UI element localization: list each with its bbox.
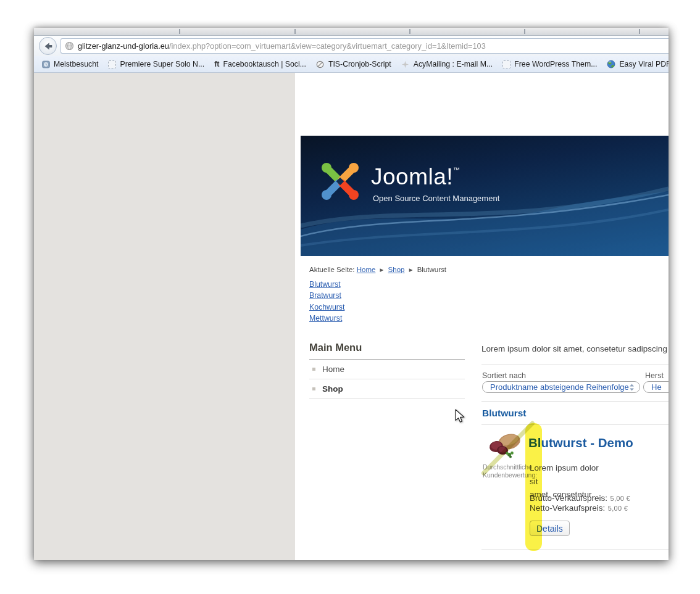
divider <box>481 365 669 365</box>
bookmark-meistbesucht[interactable]: Meistbesucht <box>36 56 103 72</box>
category-link-bratwurst[interactable]: Bratwurst <box>309 290 344 301</box>
category-link-blutwurst[interactable]: Blutwurst <box>309 279 344 290</box>
main-menu-title: Main Menu <box>309 342 465 360</box>
breadcrumb-shop-link[interactable]: Shop <box>388 266 405 273</box>
bookmark-tis-cronjob[interactable]: TIS-Cronjob-Script <box>311 56 396 72</box>
bookmark-label: Meistbesucht <box>54 60 98 68</box>
url-text: glitzer-glanz-und-gloria.eu/index.php?op… <box>78 41 486 51</box>
page-viewport: Joomla!™ Open Source Content Management … <box>34 73 669 560</box>
product-title-link[interactable]: Blutwurst - Demo <box>528 435 633 450</box>
category-link-list: Blutwurst Bratwurst Kochwurst Mettwurst <box>309 279 344 324</box>
category-title: Blutwurst <box>482 408 526 419</box>
bookmark-facebooktausch[interactable]: ft Facebooktausch | Soci... <box>209 56 311 72</box>
bookmark-premiere-super-solo[interactable]: Premiere Super Solo N... <box>103 56 209 72</box>
joomla-page: Joomla!™ Open Source Content Management … <box>301 73 669 560</box>
ft-favicon-icon: ft <box>214 60 219 68</box>
bookmark-label: Easy Viral PDF Brander ... <box>619 60 669 68</box>
manufacturer-select[interactable]: He <box>643 381 669 393</box>
breadcrumb-separator-icon: ▶ <box>380 267 384 273</box>
placeholder-favicon-icon <box>502 60 510 68</box>
category-intro-text: Lorem ipsum dolor sit amet, consetetur s… <box>481 344 667 353</box>
joomla-logo-icon <box>318 159 362 204</box>
navigation-toolbar: glitzer-glanz-und-gloria.eu/index.php?op… <box>34 36 669 56</box>
tab-separator <box>409 29 410 34</box>
url-path: /index.php?option=com_virtuemart&view=ca… <box>169 41 486 51</box>
tab-separator <box>639 29 640 34</box>
highlighter-vertical-stroke <box>525 423 542 551</box>
placeholder-favicon-icon <box>108 60 116 68</box>
bookmark-label: AcyMailing : E-mail M... <box>414 60 493 68</box>
sort-order-value: Produktname absteigende Reihenfolge <box>490 382 629 392</box>
url-bar[interactable]: glitzer-glanz-und-gloria.eu/index.php?op… <box>60 38 669 54</box>
mouse-cursor <box>454 409 468 424</box>
clock-favicon-icon <box>316 60 325 68</box>
bookmark-label: TIS-Cronjob-Script <box>328 60 391 68</box>
category-link-kochwurst[interactable]: Kochwurst <box>309 302 344 313</box>
manufacturer-value: He <box>651 382 662 392</box>
category-link-mettwurst[interactable]: Mettwurst <box>309 313 344 324</box>
sort-order-select[interactable]: Produktname absteigende Reihenfolge <box>482 381 640 393</box>
menu-item-shop[interactable]: Shop <box>309 379 465 399</box>
left-empty-panel <box>34 73 295 560</box>
divider <box>481 401 669 402</box>
bullet-icon <box>312 387 315 390</box>
net-price-row: Netto-Verkaufspreis: 5,00 € <box>530 502 628 513</box>
breadcrumb-separator-icon: ▶ <box>409 267 413 273</box>
bookmark-label: Facebooktausch | Soci... <box>223 60 306 68</box>
breadcrumb-prefix: Aktuelle Seite: <box>309 266 355 273</box>
sparkle-favicon-icon <box>401 60 410 68</box>
divider <box>481 549 669 550</box>
joomla-banner: Joomla!™ Open Source Content Management <box>301 136 669 256</box>
joomla-tagline: Open Source Content Management <box>373 194 499 203</box>
bookmark-free-wordpress[interactable]: Free WordPress Them... <box>498 56 602 72</box>
menu-item-label[interactable]: Shop <box>322 384 343 394</box>
bookmark-easy-viral-pdf[interactable]: Easy Viral PDF Brander ... <box>602 56 669 72</box>
sort-arrows-icon <box>629 384 635 391</box>
breadcrumb-current: Blutwurst <box>417 266 446 273</box>
browser-window: glitzer-glanz-und-gloria.eu/index.php?op… <box>34 28 669 560</box>
sort-label: Sortiert nach <box>482 371 526 380</box>
tab-separator <box>524 29 525 34</box>
joomla-logo-text: Joomla!™ <box>371 164 499 190</box>
breadcrumb: Aktuelle Seite: Home ▶ Shop ▶ Blutwurst <box>309 266 446 273</box>
tab-separator <box>294 29 296 34</box>
divider <box>481 424 669 425</box>
tab-separator <box>179 29 180 34</box>
back-arrow-icon <box>43 41 54 52</box>
menu-item-home[interactable]: Home <box>309 360 465 379</box>
tab-strip[interactable] <box>34 28 669 36</box>
bookmark-label: Free WordPress Them... <box>514 60 597 68</box>
main-menu-module: Main Menu Home Shop <box>309 342 465 399</box>
globe-favicon-icon <box>607 60 615 68</box>
history-folder-icon <box>41 60 50 68</box>
trademark-symbol: ™ <box>453 166 460 173</box>
bookmarks-toolbar: Meistbesucht Premiere Super Solo N... ft… <box>34 56 669 73</box>
manufacturer-label: Herst <box>645 371 664 380</box>
menu-item-label[interactable]: Home <box>322 365 344 374</box>
url-domain: glitzer-glanz-und-gloria.eu <box>78 41 169 51</box>
site-favicon-globe-icon <box>65 41 74 51</box>
breadcrumb-home-link[interactable]: Home <box>357 266 376 273</box>
back-button[interactable] <box>39 37 57 55</box>
gross-price-value: 5,00 € <box>610 495 630 502</box>
net-price-value: 5,00 € <box>608 505 628 512</box>
bookmark-label: Premiere Super Solo N... <box>120 60 204 68</box>
bullet-icon <box>312 368 315 371</box>
bookmark-acymailing[interactable]: AcyMailing : E-mail M... <box>396 56 498 72</box>
